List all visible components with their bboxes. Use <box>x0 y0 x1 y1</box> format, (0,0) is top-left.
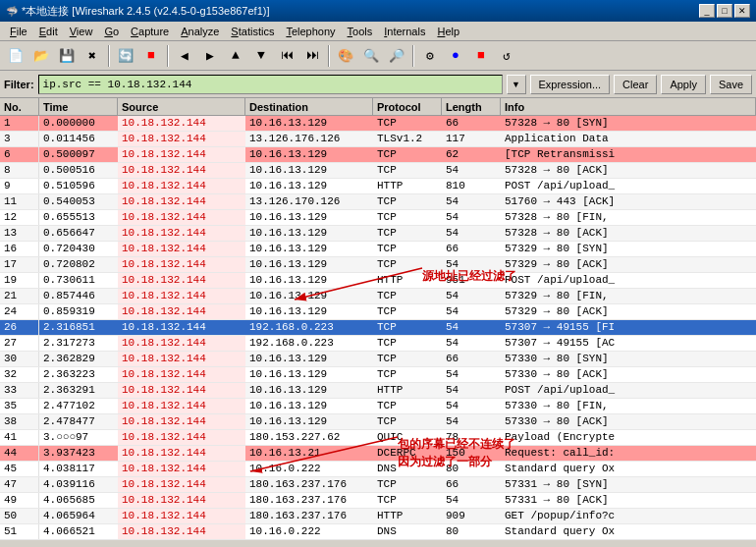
cell-time: 2.316851 <box>39 320 118 335</box>
cell-time: 2.363291 <box>39 383 118 398</box>
cell-time: 2.317273 <box>39 336 118 351</box>
table-row[interactable]: 12 0.655513 10.18.132.144 10.16.13.129 T… <box>0 210 756 226</box>
table-row[interactable]: 30 2.362829 10.18.132.144 10.16.13.129 T… <box>0 352 756 367</box>
apply-button[interactable]: Apply <box>661 75 706 94</box>
menu-bar: FileEditViewGoCaptureAnalyzeStatisticsTe… <box>0 22 756 41</box>
cell-length: 951 <box>442 273 501 288</box>
table-row[interactable]: 6 0.500097 10.18.132.144 10.16.13.129 TC… <box>0 147 756 163</box>
menu-item-analyze[interactable]: Analyze <box>175 25 225 38</box>
save-button[interactable]: Save <box>710 75 752 94</box>
packet-rows: 1 0.000000 10.18.132.144 10.16.13.129 TC… <box>0 116 756 540</box>
col-proto[interactable]: Protocol <box>373 98 442 115</box>
table-row[interactable]: 49 4.065685 10.18.132.144 180.163.237.17… <box>0 493 756 509</box>
table-row[interactable]: 33 2.363291 10.18.132.144 10.16.13.129 H… <box>0 383 756 399</box>
filter-input[interactable] <box>38 75 503 94</box>
start-capture-btn[interactable]: ● <box>444 44 467 68</box>
maximize-button[interactable]: □ <box>717 4 732 18</box>
menu-item-file[interactable]: File <box>4 25 33 38</box>
table-row[interactable]: 26 2.316851 10.18.132.144 192.168.0.223 … <box>0 320 756 336</box>
cell-length: 80 <box>442 524 501 539</box>
table-row[interactable]: 51 4.066521 10.18.132.144 10.16.0.222 DN… <box>0 524 756 540</box>
filter-colorize-btn[interactable]: 🎨 <box>334 44 357 68</box>
first-btn[interactable]: ⏮ <box>275 44 298 68</box>
table-row[interactable]: 24 0.859319 10.18.132.144 10.16.13.129 T… <box>0 304 756 320</box>
table-row[interactable]: 13 0.656647 10.18.132.144 10.16.13.129 T… <box>0 226 756 242</box>
col-dest[interactable]: Destination <box>245 98 373 115</box>
menu-item-edit[interactable]: Edit <box>33 25 64 38</box>
title-bar: 🦈 *本地连接 [Wireshark 2.4.5 (v2.4.5-0-g153e… <box>0 0 756 22</box>
cell-time: 0.540053 <box>39 194 118 209</box>
menu-item-internals[interactable]: Internals <box>378 25 431 38</box>
table-row[interactable]: 35 2.477102 10.18.132.144 10.16.13.129 T… <box>0 399 756 414</box>
menu-item-statistics[interactable]: Statistics <box>225 25 280 38</box>
down-btn[interactable]: ▼ <box>249 44 273 68</box>
zoom-in-btn[interactable]: 🔍 <box>359 44 383 68</box>
filter-dropdown[interactable]: ▼ <box>507 75 526 94</box>
sep2 <box>167 45 169 67</box>
cell-no: 12 <box>0 210 39 225</box>
stop-capture-btn[interactable]: ■ <box>469 44 493 68</box>
open-btn[interactable]: 📂 <box>29 44 53 68</box>
menu-item-tools[interactable]: Tools <box>342 25 379 38</box>
table-row[interactable]: 45 4.038117 10.18.132.144 10.16.0.222 DN… <box>0 462 756 477</box>
col-source[interactable]: Source <box>118 98 245 115</box>
table-row[interactable]: 9 0.510596 10.18.132.144 10.16.13.129 HT… <box>0 179 756 194</box>
table-row[interactable]: 19 0.730611 10.18.132.144 10.16.13.129 H… <box>0 273 756 289</box>
cell-time: 3.937423 <box>39 446 118 461</box>
back-btn[interactable]: ◀ <box>173 44 196 68</box>
table-row[interactable]: 47 4.039116 10.18.132.144 180.163.237.17… <box>0 477 756 493</box>
menu-item-view[interactable]: View <box>64 25 99 38</box>
cell-length: 62 <box>442 147 501 162</box>
cell-source: 10.18.132.144 <box>118 352 245 366</box>
table-row[interactable]: 17 0.720802 10.18.132.144 10.16.13.129 T… <box>0 257 756 273</box>
menu-item-help[interactable]: Help <box>431 25 465 38</box>
minimize-button[interactable]: _ <box>699 4 715 18</box>
table-row[interactable]: 8 0.500516 10.18.132.144 10.16.13.129 TC… <box>0 163 756 179</box>
new-btn[interactable]: 📄 <box>4 44 27 68</box>
cell-time: 4.065964 <box>39 509 118 523</box>
cell-no: 41 <box>0 430 39 445</box>
zoom-out-btn[interactable]: 🔎 <box>385 44 408 68</box>
col-info[interactable]: Info <box>501 98 756 115</box>
capture-options-btn[interactable]: ⚙ <box>418 44 442 68</box>
last-btn[interactable]: ⏭ <box>300 44 324 68</box>
table-row[interactable]: 3 0.011456 10.18.132.144 13.126.176.126 … <box>0 132 756 147</box>
table-row[interactable]: 50 4.065964 10.18.132.144 180.163.237.17… <box>0 509 756 524</box>
clear-button[interactable]: Clear <box>614 75 657 94</box>
window-controls[interactable]: _ □ ✕ <box>699 4 750 18</box>
table-row[interactable]: 38 2.478477 10.18.132.144 10.16.13.129 T… <box>0 414 756 430</box>
stop-btn[interactable]: ■ <box>139 44 163 68</box>
cell-source: 10.18.132.144 <box>118 383 245 398</box>
close-button[interactable]: ✕ <box>734 4 750 18</box>
cell-dest: 180.163.237.176 <box>245 509 373 523</box>
save-btn[interactable]: 💾 <box>55 44 79 68</box>
menu-item-go[interactable]: Go <box>98 25 125 38</box>
fwd-btn[interactable]: ▶ <box>198 44 222 68</box>
col-length[interactable]: Length <box>442 98 501 115</box>
col-no[interactable]: No. <box>0 98 39 115</box>
cell-no: 38 <box>0 414 39 429</box>
table-row[interactable]: 32 2.363223 10.18.132.144 10.16.13.129 T… <box>0 367 756 383</box>
table-row[interactable]: 16 0.720430 10.18.132.144 10.16.13.129 T… <box>0 242 756 257</box>
col-time[interactable]: Time <box>39 98 118 115</box>
cell-length: 810 <box>442 179 501 193</box>
cell-info: 57328 → 80 [FIN, <box>501 210 756 225</box>
table-row[interactable]: 27 2.317273 10.18.132.144 192.168.0.223 … <box>0 336 756 352</box>
packet-list: No. Time Source Destination Protocol Len… <box>0 98 756 540</box>
cell-no: 21 <box>0 289 39 303</box>
up-btn[interactable]: ▲ <box>224 44 247 68</box>
table-row[interactable]: 1 0.000000 10.18.132.144 10.16.13.129 TC… <box>0 116 756 132</box>
cell-length: 54 <box>442 399 501 413</box>
reload-btn[interactable]: 🔄 <box>114 44 137 68</box>
restart-capture-btn[interactable]: ↺ <box>495 44 518 68</box>
expression-button[interactable]: Expression... <box>530 75 611 94</box>
close-btn[interactable]: ✖ <box>81 44 104 68</box>
menu-item-telephony[interactable]: Telephony <box>280 25 341 38</box>
cell-dest: 10.16.13.129 <box>245 383 373 398</box>
table-row[interactable]: 44 3.937423 10.18.132.144 10.16.13.21 DC… <box>0 446 756 462</box>
table-row[interactable]: 41 3.○○○97 10.18.132.144 180.153.227.62 … <box>0 430 756 446</box>
table-row[interactable]: 11 0.540053 10.18.132.144 13.126.170.126… <box>0 194 756 210</box>
cell-source: 10.18.132.144 <box>118 414 245 429</box>
table-row[interactable]: 21 0.857446 10.18.132.144 10.16.13.129 T… <box>0 289 756 304</box>
menu-item-capture[interactable]: Capture <box>125 25 175 38</box>
